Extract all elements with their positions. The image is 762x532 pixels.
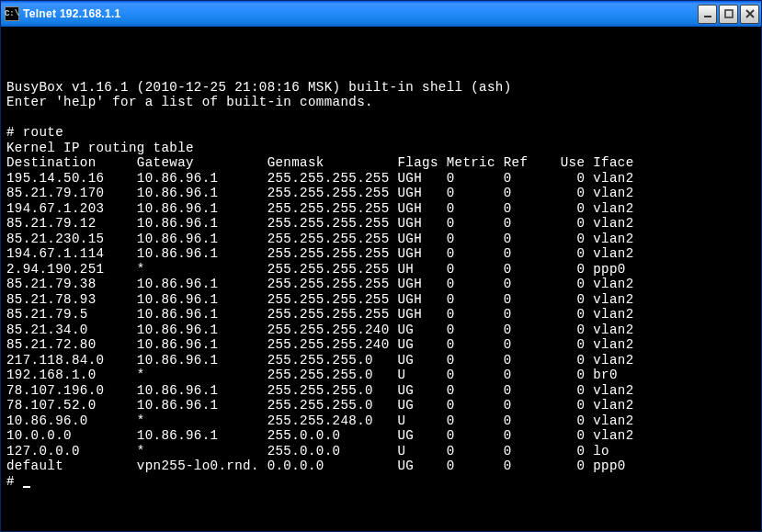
maximize-icon — [724, 9, 734, 18]
minimize-button[interactable] — [698, 5, 717, 24]
terminal-output: BusyBox v1.16.1 (2010-12-25 21:08:16 MSK… — [6, 64, 756, 489]
svg-rect-0 — [704, 16, 711, 17]
svg-rect-1 — [725, 10, 733, 17]
terminal-area[interactable]: BusyBox v1.16.1 (2010-12-25 21:08:16 MSK… — [1, 27, 761, 531]
telnet-window: C:\ Telnet 192.168.1.1 BusyBox v1.16.1 (… — [0, 0, 762, 532]
window-title: Telnet 192.168.1.1 — [23, 7, 698, 20]
cmd-icon: C:\ — [5, 6, 19, 21]
maximize-button[interactable] — [719, 5, 738, 24]
cursor — [23, 486, 30, 488]
close-button[interactable] — [740, 5, 759, 24]
window-controls — [698, 5, 759, 24]
titlebar[interactable]: C:\ Telnet 192.168.1.1 — [1, 1, 761, 27]
minimize-icon — [703, 9, 712, 18]
close-icon — [745, 9, 755, 18]
